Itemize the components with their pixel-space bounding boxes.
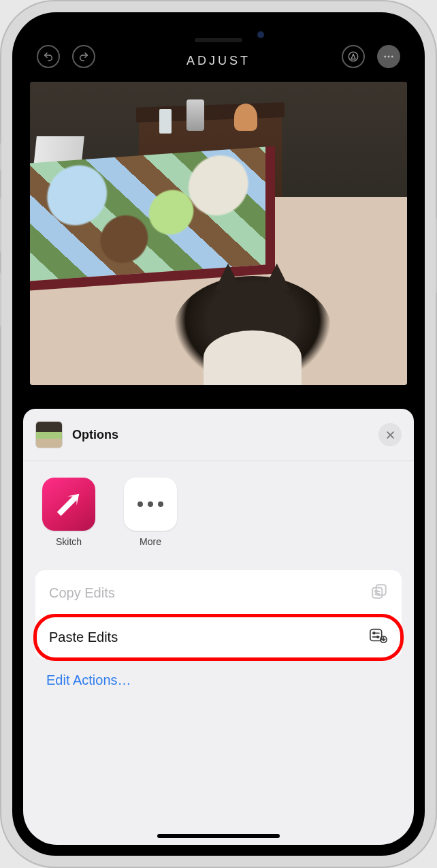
more-button[interactable] [377, 45, 400, 68]
markup-icon [347, 50, 359, 63]
speaker-grill [195, 38, 242, 42]
copy-edits-row: Copy Edits [35, 570, 402, 616]
ellipsis-icon [137, 501, 163, 507]
markup-button[interactable] [342, 45, 365, 68]
svg-rect-7 [372, 588, 382, 598]
edit-actions-link[interactable]: Edit Actions… [23, 659, 414, 702]
svg-point-9 [375, 591, 377, 593]
photo-subject-cat-chest [204, 330, 302, 385]
share-app-more[interactable]: More [121, 478, 180, 547]
home-indicator[interactable] [157, 834, 280, 838]
edit-mode-title: ADJUST [95, 54, 342, 68]
svg-point-2 [388, 56, 390, 58]
undo-button[interactable] [37, 45, 60, 68]
device-frame: ADJUST [0, 0, 437, 868]
svg-point-3 [391, 56, 393, 58]
svg-point-0 [349, 52, 358, 61]
svg-point-16 [377, 636, 379, 638]
share-app-skitch[interactable]: Skitch [39, 478, 98, 547]
close-icon [385, 430, 395, 440]
photo-thumbnail[interactable] [35, 421, 63, 448]
copy-edits-icon [370, 583, 388, 604]
skitch-icon [42, 478, 95, 531]
actions-list: Copy Edits Paste Edits [35, 570, 402, 659]
close-sheet-button[interactable] [378, 423, 402, 446]
more-apps-icon [124, 478, 177, 531]
photo-bg-quilt [30, 146, 275, 290]
volume-down-button [0, 273, 1, 327]
sheet-title: Options [72, 428, 369, 442]
photo-bg-lamp [234, 104, 257, 131]
action-label: Copy Edits [49, 585, 115, 601]
front-camera [257, 31, 264, 38]
paste-edits-icon [369, 627, 388, 647]
photo-preview[interactable] [30, 82, 407, 385]
redo-icon [78, 51, 89, 62]
app-label: More [140, 536, 161, 547]
paste-edits-row[interactable]: Paste Edits [33, 614, 404, 661]
ellipsis-icon [383, 50, 395, 63]
app-label: Skitch [56, 536, 82, 547]
device-bezel: ADJUST [12, 12, 425, 856]
svg-point-1 [384, 56, 386, 58]
undo-icon [43, 51, 54, 62]
photo-bg-vase [159, 109, 172, 134]
svg-point-14 [373, 632, 375, 634]
share-apps-row: Skitch More [23, 461, 414, 558]
photo-bg-cup [187, 99, 204, 131]
sheet-header: Options [23, 409, 414, 461]
redo-button[interactable] [72, 45, 95, 68]
screen: ADJUST [23, 23, 414, 845]
share-sheet: Options Skitch [23, 409, 414, 845]
svg-point-11 [378, 593, 380, 595]
action-label: Paste Edits [49, 630, 118, 645]
volume-up-button [0, 198, 1, 252]
notch [140, 23, 297, 46]
skitch-arrow-icon [53, 489, 84, 520]
ringer-switch [0, 143, 1, 170]
